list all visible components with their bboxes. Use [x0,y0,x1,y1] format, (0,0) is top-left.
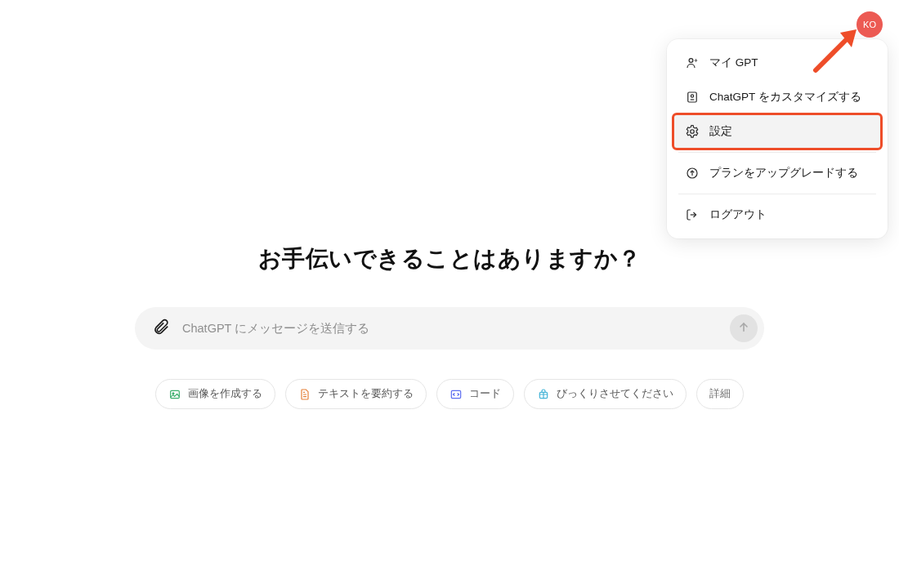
chip-more[interactable]: 詳細 [696,379,744,409]
send-button[interactable] [730,314,758,342]
sparkle-icon [537,388,550,401]
menu-item-label: ログアウト [709,207,767,222]
code-icon [450,388,463,401]
menu-item-my-gpt[interactable]: マイ GPT [673,46,881,80]
svg-point-2 [689,59,693,63]
image-icon [168,388,181,401]
menu-item-label: ChatGPT をカスタマイズする [709,90,861,105]
svg-point-8 [172,392,174,394]
menu-item-label: マイ GPT [709,56,758,70]
avatar-initials: KO [863,20,876,29]
message-input-bar [135,307,764,350]
chip-label: コード [469,387,501,401]
menu-item-settings[interactable]: 設定 [673,114,881,149]
customize-icon [685,90,700,105]
menu-divider [678,194,876,194]
chip-create-image[interactable]: 画像を作成する [155,379,275,409]
person-sparkle-icon [685,56,700,70]
chip-surprise-me[interactable]: びっくりさせてください [524,379,687,409]
menu-item-customize[interactable]: ChatGPT をカスタマイズする [673,80,881,114]
gear-icon [685,124,700,139]
chip-summarize-text[interactable]: テキストを要約する [285,379,427,409]
avatar[interactable]: KO [857,11,883,38]
user-menu: マイ GPT ChatGPT をカスタマイズする 設定 [667,39,888,238]
logout-icon [685,207,700,222]
paperclip-icon [152,318,170,339]
menu-item-upgrade[interactable]: プランをアップグレードする [673,156,881,190]
suggestion-chips: 画像を作成する テキストを要約する コード [155,379,744,409]
chip-label: びっくりさせてください [557,387,673,401]
chip-label: 詳細 [709,387,731,401]
chip-label: 画像を作成する [188,387,262,401]
greeting-heading: お手伝いできることはありますか？ [258,243,642,274]
upgrade-icon [685,166,700,180]
menu-item-label: 設定 [709,124,732,139]
chip-code[interactable]: コード [436,379,514,409]
chip-label: テキストを要約する [318,387,414,401]
doc-icon [298,388,311,401]
svg-point-5 [691,130,695,134]
svg-point-4 [691,95,693,97]
arrow-up-icon [737,320,750,336]
menu-item-label: プランをアップグレードする [709,166,858,180]
menu-divider [678,152,876,153]
message-input[interactable] [182,322,720,335]
attach-button[interactable] [150,317,172,340]
menu-item-logout[interactable]: ログアウト [673,198,881,232]
